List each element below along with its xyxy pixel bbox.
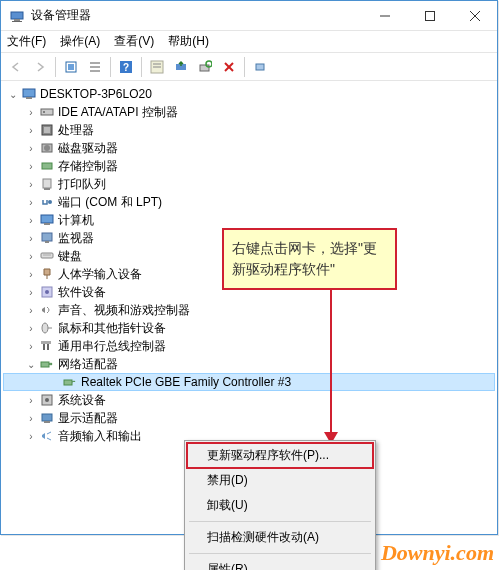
svg-rect-36 <box>44 223 50 225</box>
svg-rect-33 <box>44 188 50 190</box>
titlebar: 设备管理器 <box>1 1 497 31</box>
root-label: DESKTOP-3P6LO20 <box>40 87 152 101</box>
device-icon <box>39 410 55 426</box>
tree-item[interactable]: ›声音、视频和游戏控制器 <box>3 301 495 319</box>
chevron-right-icon[interactable]: › <box>25 430 37 442</box>
tree-item-label: 端口 (COM 和 LPT) <box>58 194 162 211</box>
chevron-right-icon[interactable]: › <box>25 124 37 136</box>
ctx-disable[interactable]: 禁用(D) <box>187 468 373 493</box>
scan-hardware-button[interactable] <box>194 56 216 78</box>
menu-view[interactable]: 查看(V) <box>114 33 154 50</box>
menu-help[interactable]: 帮助(H) <box>168 33 209 50</box>
watermark: Downyi.com <box>381 540 494 566</box>
tree-item[interactable]: ›存储控制器 <box>3 157 495 175</box>
chevron-right-icon[interactable]: › <box>25 394 37 406</box>
tree-item[interactable]: ›计算机 <box>3 211 495 229</box>
device-icon <box>39 302 55 318</box>
svg-rect-46 <box>41 362 49 367</box>
ctx-uninstall[interactable]: 卸载(U) <box>187 493 373 518</box>
svg-text:?: ? <box>123 62 129 73</box>
svg-rect-47 <box>64 380 72 385</box>
tree-item[interactable]: ›系统设备 <box>3 391 495 409</box>
chevron-right-icon[interactable]: › <box>25 322 37 334</box>
device-icon <box>39 104 55 120</box>
tree-item[interactable]: ›磁盘驱动器 <box>3 139 495 157</box>
device-icon <box>39 428 55 444</box>
tree-item-child[interactable]: Realtek PCIe GBE Family Controller #3 <box>3 373 495 391</box>
update-driver-button[interactable] <box>170 56 192 78</box>
svg-rect-24 <box>26 97 32 99</box>
tree-item-label: 处理器 <box>58 122 94 139</box>
chevron-right-icon[interactable]: › <box>25 232 37 244</box>
tree-item-label: 音频输入和输出 <box>58 428 142 445</box>
maximize-button[interactable] <box>407 1 452 30</box>
svg-point-43 <box>42 323 48 333</box>
tree-root[interactable]: ⌄ DESKTOP-3P6LO20 <box>3 85 495 103</box>
chevron-right-icon[interactable]: › <box>25 268 37 280</box>
svg-rect-0 <box>11 12 23 19</box>
separator <box>55 57 56 77</box>
chevron-right-icon[interactable]: › <box>25 178 37 190</box>
window-controls <box>362 1 497 30</box>
menu-action[interactable]: 操作(A) <box>60 33 100 50</box>
device-icon <box>39 194 55 210</box>
svg-rect-31 <box>42 163 52 169</box>
chevron-down-icon[interactable]: ⌄ <box>7 88 19 100</box>
svg-rect-28 <box>44 127 50 133</box>
separator <box>110 57 111 77</box>
chevron-down-icon[interactable]: ⌄ <box>25 358 37 370</box>
chevron-right-icon[interactable]: › <box>25 412 37 424</box>
tree-item-label: 鼠标和其他指针设备 <box>58 320 166 337</box>
minimize-button[interactable] <box>362 1 407 30</box>
list-view-button[interactable] <box>84 56 106 78</box>
tree-item[interactable]: ⌄网络适配器 <box>3 355 495 373</box>
forward-button[interactable] <box>29 56 51 78</box>
menubar: 文件(F) 操作(A) 查看(V) 帮助(H) <box>1 31 497 53</box>
tree-item[interactable]: ›鼠标和其他指针设备 <box>3 319 495 337</box>
svg-rect-2 <box>12 21 22 22</box>
tree-item-label: Realtek PCIe GBE Family Controller #3 <box>81 375 291 389</box>
svg-rect-38 <box>45 241 49 243</box>
tree-item[interactable]: ›处理器 <box>3 121 495 139</box>
uninstall-button[interactable] <box>218 56 240 78</box>
chevron-right-icon[interactable]: › <box>25 340 37 352</box>
chevron-right-icon[interactable]: › <box>25 250 37 262</box>
tree-item[interactable]: ›通用串行总线控制器 <box>3 337 495 355</box>
tree-item-label: 监视器 <box>58 230 94 247</box>
tree-item[interactable]: ›打印队列 <box>3 175 495 193</box>
help-button[interactable]: ? <box>115 56 137 78</box>
svg-rect-25 <box>41 109 53 115</box>
device-icon <box>39 356 55 372</box>
chevron-right-icon[interactable]: › <box>25 214 37 226</box>
annotation-tooltip: 右键点击网卡，选择"更新驱动程序软件" <box>222 228 397 290</box>
tree-item-label: 声音、视频和游戏控制器 <box>58 302 190 319</box>
device-icon <box>39 230 55 246</box>
tree-item[interactable]: ›IDE ATA/ATAPI 控制器 <box>3 103 495 121</box>
chevron-right-icon[interactable]: › <box>25 160 37 172</box>
chevron-right-icon[interactable]: › <box>25 196 37 208</box>
tree-item[interactable]: ›显示适配器 <box>3 409 495 427</box>
chevron-right-icon[interactable]: › <box>25 106 37 118</box>
ctx-properties[interactable]: 属性(R) <box>187 557 373 570</box>
ctx-scan[interactable]: 扫描检测硬件改动(A) <box>187 525 373 550</box>
tree-item-label: 计算机 <box>58 212 94 229</box>
back-button[interactable] <box>5 56 27 78</box>
tree-item-label: 显示适配器 <box>58 410 118 427</box>
svg-rect-51 <box>44 421 50 423</box>
chevron-right-icon[interactable]: › <box>25 142 37 154</box>
enable-button[interactable] <box>249 56 271 78</box>
chevron-right-icon[interactable]: › <box>25 304 37 316</box>
toolbar: ? <box>1 53 497 81</box>
svg-point-26 <box>43 111 45 113</box>
svg-point-30 <box>44 145 50 151</box>
properties-button[interactable] <box>146 56 168 78</box>
close-button[interactable] <box>452 1 497 30</box>
context-menu: 更新驱动程序软件(P)... 禁用(D) 卸载(U) 扫描检测硬件改动(A) 属… <box>184 440 376 570</box>
tree-item[interactable]: ›端口 (COM 和 LPT) <box>3 193 495 211</box>
ctx-update-driver[interactable]: 更新驱动程序软件(P)... <box>187 443 373 468</box>
menu-file[interactable]: 文件(F) <box>7 33 46 50</box>
tree-item-label: 键盘 <box>58 248 82 265</box>
svg-point-49 <box>45 398 49 402</box>
show-hidden-button[interactable] <box>60 56 82 78</box>
chevron-right-icon[interactable]: › <box>25 286 37 298</box>
